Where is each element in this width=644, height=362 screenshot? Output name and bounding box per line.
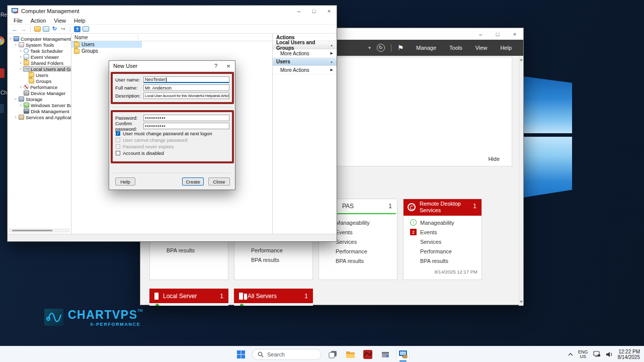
maximize-button[interactable]: □	[489, 28, 506, 40]
menu-view[interactable]: View	[50, 18, 70, 24]
dark-app-desktop-icon[interactable]	[0, 104, 4, 113]
browser-icon[interactable]	[0, 36, 5, 45]
confirm-password-input[interactable]: ••••••••••	[143, 123, 229, 129]
sm-menu-manage[interactable]: Manage	[410, 45, 443, 51]
actions-group-users[interactable]: Users▲	[273, 58, 337, 66]
expand-chevron-icon[interactable]: ›	[18, 67, 23, 71]
start-button[interactable]	[234, 348, 248, 361]
minimize-button[interactable]: –	[291, 6, 306, 17]
close-button[interactable]: ×	[321, 6, 337, 17]
expand-chevron-icon[interactable]: ›	[19, 84, 23, 89]
expand-chevron-icon[interactable]: ›	[19, 48, 23, 53]
tree-item-groups[interactable]: ›Groups	[8, 78, 71, 84]
tile-row-bpa-results[interactable]: BPA results	[404, 256, 481, 265]
refresh-icon[interactable]: ↻	[377, 44, 385, 52]
expand-chevron-icon[interactable]: ›	[19, 54, 23, 59]
sm-menu-view[interactable]: View	[469, 45, 494, 51]
red-app-desktop-icon[interactable]	[0, 68, 5, 78]
server-manager-button[interactable]	[379, 348, 392, 361]
more-actions-item[interactable]: More Actions▶	[273, 66, 337, 74]
checked-checkbox[interactable]: ✓	[116, 131, 120, 136]
expand-chevron-icon[interactable]: ›	[8, 37, 13, 41]
tile-header[interactable]: Local Server1	[149, 289, 228, 303]
expand-chevron-icon[interactable]: ›	[19, 60, 23, 65]
tree-item-task-scheduler[interactable]: ›Task Scheduler	[8, 48, 71, 54]
tree-item-device-manager[interactable]: ›Device Manager	[8, 90, 71, 96]
close-button[interactable]: Close	[208, 177, 230, 186]
forward-arrow-icon[interactable]: →	[20, 26, 27, 32]
checkbox-user-must-change-password-at-next-logon[interactable]: ✓User must change password at next logon	[116, 131, 229, 136]
user-name-input[interactable]: NeoTester	[143, 76, 229, 83]
hide-link[interactable]: Hide	[488, 156, 500, 162]
console-window-icon[interactable]	[43, 26, 49, 32]
tile-row-services[interactable]: Services	[404, 237, 481, 246]
checkbox-account-is-disabled[interactable]: Account is disabled	[116, 150, 229, 155]
tile-row-performance[interactable]: Performance	[404, 246, 481, 256]
expand-chevron-icon[interactable]: ›	[13, 97, 18, 101]
collapse-arrow-icon[interactable]: ▲	[330, 44, 333, 47]
description-input[interactable]: Local User Account for this Wonderful He…	[143, 93, 229, 99]
tree-item-storage[interactable]: ›Storage	[8, 96, 71, 102]
tile-row-bpa-results[interactable]: BPA results	[319, 256, 397, 265]
scroll-down-icon[interactable]	[520, 301, 523, 303]
expand-chevron-icon[interactable]: ›	[14, 115, 18, 120]
dialog-help-button[interactable]: ?	[210, 63, 222, 69]
minimize-button[interactable]: –	[472, 28, 489, 40]
tree-item-services-and-applications[interactable]: ›Services and Applications	[8, 114, 71, 120]
tree-item-event-viewer[interactable]: ›Event Viewer	[8, 54, 71, 60]
full-name-input[interactable]: Mr. Anderson	[143, 84, 229, 91]
vertical-scrollbar[interactable]	[519, 56, 523, 306]
notifications-flag-icon[interactable]: ⚑	[397, 44, 404, 52]
tree-item-computer-management-local[interactable]: ›Computer Management (Local	[8, 36, 71, 42]
computer-management-taskbar-button[interactable]	[396, 348, 410, 361]
volume-icon[interactable]	[606, 351, 613, 357]
scroll-up-icon[interactable]	[520, 58, 523, 61]
tile-row-events[interactable]: 2Events	[404, 227, 481, 237]
export-folder-icon[interactable]	[34, 26, 41, 32]
export-list-icon[interactable]: ↪	[60, 26, 66, 32]
list-item-users[interactable]: Users	[71, 41, 142, 48]
tile-row-bpa-results[interactable]: BPA results	[150, 245, 228, 255]
language-indicator[interactable]: ENG US	[578, 350, 588, 359]
list-item-groups[interactable]: Groups	[71, 48, 142, 54]
red-app-button[interactable]	[361, 348, 374, 361]
tree-item-shared-folders[interactable]: ›Shared Folders	[8, 60, 71, 66]
help-button[interactable]: Help	[115, 177, 135, 186]
tile-row-manageability[interactable]: ↑Manageability	[404, 218, 481, 227]
more-actions-item[interactable]: More Actions▶	[273, 49, 337, 58]
desktop-icon-label-ch[interactable]: Ch	[1, 90, 7, 96]
search-input[interactable]: Search	[252, 349, 321, 360]
close-button[interactable]: ×	[506, 28, 523, 40]
tile-row-bpa-results[interactable]: BPA results	[234, 255, 312, 264]
scrollbar-thumb[interactable]	[12, 230, 52, 231]
actions-group-local-users-and-groups[interactable]: Local Users and Groups▲	[273, 41, 337, 49]
menu-action[interactable]: Action	[27, 18, 50, 24]
tree-item-windows-server-backup[interactable]: ›Windows Server Backup	[8, 102, 71, 108]
expand-chevron-icon[interactable]: ›	[13, 43, 18, 47]
clock[interactable]: 12:22 PM 8/14/2025	[618, 349, 640, 360]
expand-chevron-icon[interactable]: ›	[19, 103, 23, 108]
help-icon[interactable]: ?	[74, 26, 80, 32]
tile-row-performance[interactable]: Performance	[234, 245, 312, 255]
collapse-arrow-icon[interactable]: ▲	[330, 60, 333, 63]
unchecked-checkbox[interactable]	[116, 151, 120, 155]
password-input[interactable]: ••••••••••	[143, 115, 229, 121]
tree-item-local-users-and-groups[interactable]: ›Local Users and Groups	[8, 66, 71, 72]
tree-item-users[interactable]: ›Users	[8, 72, 71, 78]
network-icon[interactable]	[593, 351, 601, 357]
show-hide-pane-icon[interactable]	[83, 26, 89, 32]
create-button[interactable]: Create	[182, 177, 204, 186]
file-explorer-button[interactable]	[344, 348, 357, 361]
server-group-tile-local-server[interactable]: Local Server1	[149, 289, 228, 306]
tree-item-disk-management[interactable]: ›Disk Management	[8, 108, 71, 114]
sm-menu-help[interactable]: Help	[494, 45, 518, 51]
task-view-button[interactable]	[326, 348, 339, 361]
tree-item-system-tools[interactable]: ›System Tools	[8, 42, 71, 48]
sm-menu-tools[interactable]: Tools	[443, 45, 469, 51]
back-arrow-icon[interactable]: ←	[12, 26, 18, 32]
refresh-icon[interactable]: ↻	[51, 26, 58, 32]
maximize-button[interactable]: □	[306, 6, 321, 17]
tray-chevron-up-icon[interactable]	[568, 352, 573, 356]
menu-file[interactable]: File	[10, 18, 27, 24]
dropdown-arrow-icon[interactable]: ▾	[368, 45, 371, 50]
